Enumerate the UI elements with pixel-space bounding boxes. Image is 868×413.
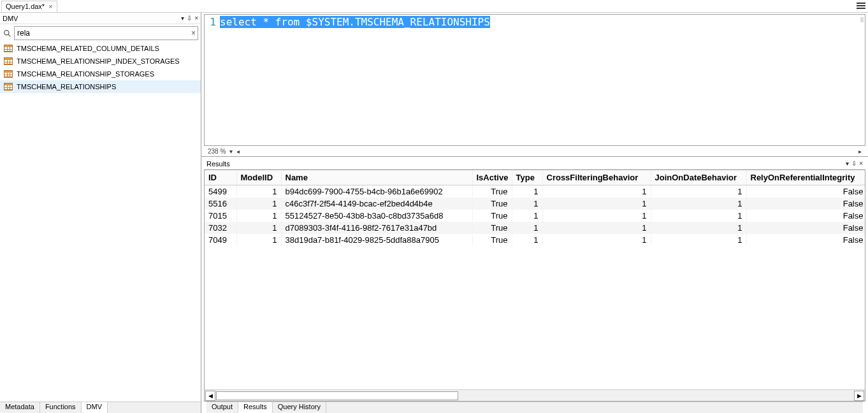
table-row[interactable]: 7015155124527-8e50-43b8-b3a0-c8bd3735a6d… [205,210,865,222]
search-icon [3,29,11,38]
col-header[interactable]: JoinOnDateBehavior [651,170,746,185]
results-table-wrap[interactable]: IDModelIDNameIsActiveTypeCrossFilteringB… [205,170,865,389]
dmv-panel-title: DMV [3,15,18,22]
cell: False [746,234,865,246]
dmv-list: TMSCHEMA_RELATED_COLUMN_DETAILSTMSCHEMA_… [0,42,201,402]
hscroll-left-icon[interactable]: ◂ [236,148,240,155]
hscroll-thumb[interactable] [216,391,458,400]
cell: 1 [542,198,651,210]
cell: 38d19da7-b81f-4029-9825-5ddfa88a7905 [281,234,472,246]
cell: False [746,198,865,210]
cell: 7049 [205,234,236,246]
editor-gutter: 1 [205,15,219,28]
close-icon[interactable]: × [48,3,52,10]
zoom-dropdown-icon[interactable]: ▾ [229,148,233,155]
pin-icon[interactable]: ⇩ [851,160,857,167]
cell: 1 [651,222,746,234]
cell: 1 [651,210,746,222]
cell: 1 [512,185,542,198]
results-table: IDModelIDNameIsActiveTypeCrossFilteringB… [205,170,865,246]
close-icon[interactable]: × [859,160,863,167]
window-menu-icon[interactable] [857,1,865,10]
document-tabs: Query1.dax* × [0,0,868,13]
col-header[interactable]: ID [205,170,236,185]
zoom-level[interactable]: 238 % [208,148,226,155]
cell: 1 [651,198,746,210]
dropdown-icon[interactable]: ▾ [181,15,184,22]
cell: True [472,222,512,234]
pin-icon[interactable]: ⇩ [187,15,192,22]
clear-search-icon[interactable]: × [191,29,196,38]
svg-point-0 [4,30,8,34]
cell: 1 [236,198,281,210]
cell: d7089303-3f4f-4116-98f2-7617e31a47bd [281,222,472,234]
cell: c46c3f7f-2f54-4149-bcac-ef2bed4d4b4e [281,198,472,210]
dmv-list-item[interactable]: TMSCHEMA_RELATIONSHIP_INDEX_STORAGES [0,55,201,68]
close-icon[interactable]: × [194,15,198,22]
dmv-search-row: × [0,24,201,42]
dmv-item-label: TMSCHEMA_RELATIONSHIPS [17,83,116,91]
col-header[interactable]: IsActive [472,170,512,185]
results-tab-output[interactable]: Output [206,402,238,413]
cell: 5499 [205,185,236,198]
results-tab-query-history[interactable]: Query History [273,402,326,413]
col-header[interactable]: Type [512,170,542,185]
left-tab-metadata[interactable]: Metadata [0,402,40,413]
cell: 1 [236,222,281,234]
table-row[interactable]: 54991b94dc699-7900-4755-b4cb-96b1a6e6990… [205,185,865,198]
cell: b94dc699-7900-4755-b4cb-96b1a6e69902 [281,185,472,198]
table-row[interactable]: 70321d7089303-3f4f-4116-98f2-7617e31a47b… [205,222,865,234]
cell: 7032 [205,222,236,234]
editor-wrap: 1 select * from $SYSTEM.TMSCHEMA_RELATIO… [201,13,868,157]
cell: 1 [512,198,542,210]
results-title: Results [206,160,230,168]
table-icon [4,45,13,52]
line-number: 1 [205,16,216,28]
col-header[interactable]: ModelID [236,170,281,185]
svg-line-1 [8,34,10,36]
tab-label: Query1.dax* [6,3,45,10]
col-header[interactable]: CrossFilteringBehavior [542,170,651,185]
cell: True [472,234,512,246]
editor-vscroll-thumb[interactable] [860,17,864,22]
hscroll-right-icon[interactable]: ▸ [858,148,862,155]
tab-query1[interactable]: Query1.dax* × [1,1,57,12]
editor-status-bar: 238 % ▾ ◂ ▸ [204,146,865,156]
col-header[interactable]: RelyOnReferentialIntegrity [746,170,865,185]
left-tab-dmv[interactable]: DMV [82,402,108,413]
dmv-list-item[interactable]: TMSCHEMA_RELATIONSHIPS [0,80,201,93]
editor-code[interactable]: select * from $SYSTEM.TMSCHEMA_RELATIONS… [219,15,865,28]
cell: 1 [651,234,746,246]
left-tab-functions[interactable]: Functions [40,402,82,413]
cell: True [472,185,512,198]
cell: 1 [542,234,651,246]
table-icon [4,83,13,91]
results-tab-results[interactable]: Results [238,402,273,413]
dmv-search-input[interactable] [14,26,198,40]
dmv-list-item[interactable]: TMSCHEMA_RELATIONSHIP_STORAGES [0,68,201,80]
cell: 7015 [205,210,236,222]
table-row[interactable]: 7049138d19da7-b81f-4029-9825-5ddfa88a790… [205,234,865,246]
scroll-right-icon[interactable]: ▶ [854,391,864,401]
table-row[interactable]: 55161c46c3f7f-2f54-4149-bcac-ef2bed4d4b4… [205,198,865,210]
col-header[interactable]: Name [281,170,472,185]
cell: 1 [236,210,281,222]
cell: 1 [512,222,542,234]
results-grid: IDModelIDNameIsActiveTypeCrossFilteringB… [204,170,865,402]
cell: 1 [542,210,651,222]
cell: 1 [542,222,651,234]
dmv-item-label: TMSCHEMA_RELATED_COLUMN_DETAILS [17,45,159,52]
cell: 1 [542,185,651,198]
cell: 1 [236,234,281,246]
dmv-list-item[interactable]: TMSCHEMA_RELATED_COLUMN_DETAILS [0,42,201,55]
dropdown-icon[interactable]: ▾ [846,160,849,167]
dmv-item-label: TMSCHEMA_RELATIONSHIP_INDEX_STORAGES [17,57,180,65]
cell: 1 [651,185,746,198]
table-icon [4,57,13,65]
editor-hscroll[interactable] [243,148,855,154]
scroll-left-icon[interactable]: ◀ [205,391,215,401]
cell: 1 [512,234,542,246]
results-hscroll[interactable]: ◀ ▶ [205,389,865,401]
cell: 1 [236,185,281,198]
query-editor[interactable]: 1 select * from $SYSTEM.TMSCHEMA_RELATIO… [204,14,865,146]
